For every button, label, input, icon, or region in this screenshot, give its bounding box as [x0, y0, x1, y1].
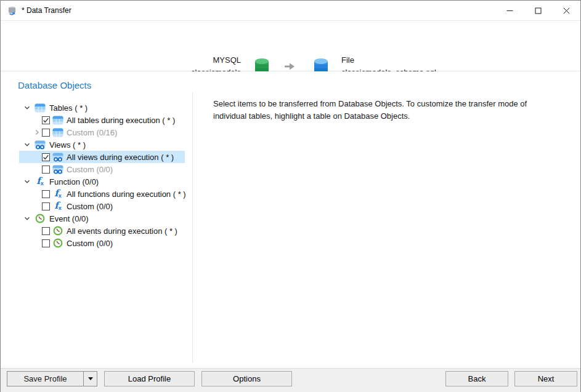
tree-item-custom-views[interactable]: Custom (0/0) — [19, 163, 185, 175]
instructions-text: Select items to be transferred from Data… — [213, 98, 559, 122]
function-icon: fx — [35, 177, 46, 186]
view-icon — [52, 152, 63, 162]
tree-item-label: Custom (0/0) — [67, 202, 113, 211]
tree-item-events[interactable]: Event (0/0) — [19, 212, 185, 225]
main-area: Database Objects Tables ( * )All tables … — [1, 71, 580, 368]
tree-item-label: All functions during execution ( * ) — [67, 190, 186, 199]
chevron-down-icon — [88, 377, 93, 380]
panel-divider — [192, 92, 193, 363]
checkbox-unchecked[interactable] — [42, 190, 50, 198]
save-profile-button[interactable]: Save Profile — [7, 372, 83, 386]
checkbox-checked[interactable] — [42, 153, 50, 161]
minimize-button[interactable] — [495, 1, 524, 21]
chevron-down-icon[interactable] — [24, 178, 35, 185]
checkbox-unchecked[interactable] — [42, 166, 50, 174]
chevron-down-icon[interactable] — [24, 142, 35, 148]
event-icon — [52, 226, 63, 236]
tree-item-tables[interactable]: Tables ( * ) — [19, 102, 185, 114]
tree-item-functions[interactable]: fxFunction (0/0) — [19, 175, 185, 188]
tree-item-label: All views during execution ( * ) — [67, 153, 174, 162]
tree-item-label: Tables ( * ) — [49, 103, 87, 113]
tree-item-label: Views ( * ) — [49, 140, 86, 150]
function-icon: fx — [52, 201, 63, 211]
tree-item-all-events[interactable]: All events during execution ( * ) — [19, 225, 185, 237]
tree-item-all-views[interactable]: All views during execution ( * ) — [19, 151, 185, 163]
tree-item-all-functions[interactable]: fxAll functions during execution ( * ) — [19, 188, 185, 200]
footer-bar: Save Profile Load Profile Options Back N… — [1, 368, 580, 392]
chevron-down-icon[interactable] — [24, 215, 35, 222]
event-icon — [35, 214, 46, 223]
view-icon — [52, 164, 63, 174]
save-profile-split-button: Save Profile — [7, 371, 97, 386]
source-type: MYSQL — [124, 54, 241, 66]
load-profile-button[interactable]: Load Profile — [104, 371, 195, 386]
tree-item-label: Custom (0/0) — [67, 165, 113, 174]
window-title: * Data Transfer — [22, 6, 71, 15]
table-icon — [35, 103, 46, 113]
tree-item-label: All events during execution ( * ) — [67, 226, 177, 236]
tree-item-label: All tables during execution ( * ) — [67, 116, 175, 125]
checkbox-unchecked[interactable] — [42, 129, 50, 137]
next-button[interactable]: Next — [514, 371, 577, 386]
tree-item-label: Custom (0/0) — [67, 239, 113, 248]
checkbox-unchecked[interactable] — [42, 202, 50, 210]
table-icon — [52, 115, 63, 125]
options-button[interactable]: Options — [201, 371, 292, 386]
checkbox-checked[interactable] — [42, 116, 50, 124]
save-profile-dropdown-button[interactable] — [83, 372, 97, 386]
checkbox-unchecked[interactable] — [42, 227, 50, 235]
tree-item-label: Custom (0/16) — [67, 128, 117, 137]
tree-item-all-tables[interactable]: All tables during execution ( * ) — [19, 114, 185, 126]
title-bar: * Data Transfer — [1, 1, 580, 21]
chevron-down-icon[interactable] — [24, 105, 35, 111]
page-title: Database Objects — [18, 80, 91, 90]
function-icon: fx — [52, 189, 63, 199]
chevron-right-icon[interactable] — [34, 129, 42, 135]
back-button[interactable]: Back — [445, 371, 508, 386]
tree-item-label: Function (0/0) — [49, 177, 99, 186]
tree-item-custom-events[interactable]: Custom (0/0) — [19, 237, 185, 249]
transfer-summary-header: MYSQL classicmodels File — [1, 21, 580, 71]
checkbox-unchecked[interactable] — [42, 239, 50, 247]
view-icon — [35, 140, 46, 150]
maximize-button[interactable] — [524, 1, 552, 21]
table-icon — [52, 127, 63, 137]
tree-item-custom-functions[interactable]: fxCustom (0/0) — [19, 200, 185, 212]
window-controls — [495, 1, 580, 21]
data-transfer-icon — [7, 6, 17, 16]
tree-item-label: Event (0/0) — [49, 214, 89, 223]
tree-item-custom-tables[interactable]: Custom (0/16) — [19, 126, 185, 138]
event-icon — [52, 238, 63, 248]
data-transfer-window: * Data Transfer MYSQL classicmodels — [0, 0, 581, 392]
database-objects-tree: Tables ( * )All tables during execution … — [1, 102, 192, 249]
target-type: File — [341, 54, 526, 66]
tree-item-views[interactable]: Views ( * ) — [19, 138, 185, 151]
close-button[interactable] — [552, 1, 580, 21]
